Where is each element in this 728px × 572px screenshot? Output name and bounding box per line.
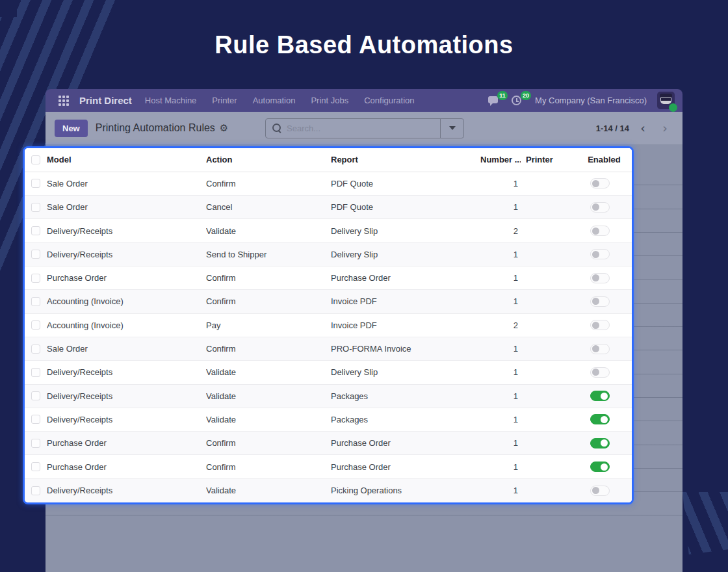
cell-report: Invoice PDF bbox=[331, 320, 479, 330]
enabled-toggle[interactable] bbox=[590, 462, 610, 472]
cell-report: Packages bbox=[331, 391, 479, 401]
row-checkbox[interactable] bbox=[31, 391, 40, 400]
table-row[interactable]: Purchase OrderConfirmPurchase Order1 bbox=[25, 432, 632, 455]
enabled-toggle[interactable] bbox=[590, 367, 610, 378]
new-button[interactable]: New bbox=[55, 120, 88, 137]
cell-number: 1 bbox=[479, 273, 521, 283]
row-checkbox-cell bbox=[25, 391, 47, 400]
table-row[interactable]: Accounting (Invoice)ConfirmInvoice PDF1 bbox=[25, 290, 632, 313]
cell-number: 1 bbox=[479, 296, 521, 306]
row-checkbox-cell bbox=[25, 439, 47, 448]
enabled-toggle[interactable] bbox=[590, 202, 610, 213]
table-row[interactable]: Sale OrderCancelPDF Quote1 bbox=[25, 196, 632, 219]
cell-model: Delivery/Receipts bbox=[47, 391, 206, 401]
table-row[interactable]: Sale OrderConfirmPRO-FORMA Invoice1 bbox=[25, 337, 632, 361]
row-checkbox[interactable] bbox=[31, 368, 40, 377]
row-checkbox[interactable] bbox=[31, 439, 40, 448]
cell-action: Confirm bbox=[206, 179, 331, 188]
cell-number: 1 bbox=[479, 462, 521, 472]
cell-model: Delivery/Receipts bbox=[47, 250, 206, 259]
chevron-down-icon bbox=[449, 126, 456, 133]
cell-report: Delivery Slip bbox=[331, 250, 479, 259]
messages-icon[interactable]: 11 bbox=[488, 95, 501, 107]
menu-item-automation[interactable]: Automation bbox=[253, 96, 296, 105]
column-header-number[interactable]: Number ... bbox=[479, 155, 521, 164]
view-title-text: Printing Automation Rules bbox=[96, 122, 215, 134]
pager-next-button[interactable]: › bbox=[656, 120, 673, 136]
enabled-toggle[interactable] bbox=[590, 320, 610, 330]
table-row[interactable]: Delivery/ReceiptsValidateDelivery Slip1 bbox=[25, 361, 632, 384]
user-avatar[interactable] bbox=[657, 92, 675, 109]
cell-enabled bbox=[567, 178, 632, 188]
pager-prev-button[interactable]: ‹ bbox=[634, 120, 651, 136]
search-dropdown-toggle[interactable] bbox=[440, 119, 463, 138]
menu-item-printer[interactable]: Printer bbox=[212, 96, 237, 105]
row-checkbox[interactable] bbox=[31, 226, 40, 235]
cell-model: Purchase Order bbox=[47, 273, 206, 283]
table-row[interactable]: Delivery/ReceiptsSend to ShipperDelivery… bbox=[25, 243, 632, 266]
table-row[interactable]: Delivery/ReceiptsValidateDelivery Slip2 bbox=[25, 219, 632, 242]
cell-number: 1 bbox=[479, 344, 521, 354]
enabled-toggle[interactable] bbox=[590, 344, 610, 354]
enabled-toggle[interactable] bbox=[590, 273, 610, 283]
search-icon bbox=[272, 124, 281, 133]
row-checkbox[interactable] bbox=[31, 250, 40, 259]
enabled-toggle[interactable] bbox=[590, 438, 610, 448]
cell-report: PDF Quote bbox=[331, 202, 479, 212]
column-header-action[interactable]: Action bbox=[206, 155, 331, 164]
cell-number: 1 bbox=[479, 202, 521, 212]
table-row[interactable]: Accounting (Invoice)PayInvoice PDF2 bbox=[25, 314, 632, 337]
table-row[interactable]: Purchase OrderConfirmPurchase Order1 bbox=[25, 455, 632, 478]
cell-enabled bbox=[567, 226, 632, 236]
column-header-model[interactable]: Model bbox=[47, 155, 206, 164]
table-row[interactable]: Delivery/ReceiptsValidatePackages1 bbox=[25, 385, 632, 408]
company-switcher[interactable]: My Company (San Francisco) bbox=[535, 96, 647, 105]
gear-icon[interactable]: ⚙ bbox=[220, 122, 228, 134]
select-all-checkbox[interactable] bbox=[31, 155, 40, 164]
table-row[interactable]: Delivery/ReceiptsValidatePicking Operati… bbox=[25, 479, 632, 502]
table-row[interactable]: Sale OrderConfirmPDF Quote1 bbox=[25, 172, 632, 196]
menu-item-configuration[interactable]: Configuration bbox=[364, 96, 414, 105]
enabled-toggle[interactable] bbox=[590, 414, 610, 424]
table-row[interactable]: Delivery/ReceiptsValidatePackages1 bbox=[25, 408, 632, 432]
row-checkbox[interactable] bbox=[31, 344, 40, 354]
row-checkbox[interactable] bbox=[31, 297, 40, 306]
enabled-toggle[interactable] bbox=[590, 391, 610, 401]
enabled-toggle[interactable] bbox=[590, 226, 610, 236]
table-row[interactable]: Purchase OrderConfirmPurchase Order1 bbox=[25, 266, 632, 290]
cell-action: Validate bbox=[206, 391, 331, 401]
enabled-toggle[interactable] bbox=[590, 296, 610, 307]
row-checkbox[interactable] bbox=[31, 179, 40, 188]
search-box[interactable]: Search... bbox=[265, 118, 464, 138]
cell-number: 1 bbox=[479, 486, 521, 495]
row-checkbox[interactable] bbox=[31, 486, 40, 495]
column-header-report[interactable]: Report bbox=[331, 155, 479, 164]
search-input[interactable]: Search... bbox=[266, 124, 440, 133]
row-checkbox-cell bbox=[25, 486, 47, 495]
cell-action: Send to Shipper bbox=[206, 250, 331, 259]
row-checkbox[interactable] bbox=[31, 274, 40, 283]
cell-enabled bbox=[567, 344, 632, 354]
messages-badge: 11 bbox=[497, 91, 508, 100]
menu-item-host-machine[interactable]: Host Machine bbox=[145, 96, 196, 105]
row-checkbox[interactable] bbox=[31, 462, 40, 471]
column-header-enabled[interactable]: Enabled bbox=[567, 155, 632, 164]
activities-icon[interactable]: 20 bbox=[512, 95, 525, 107]
menu-item-print-jobs[interactable]: Print Jobs bbox=[311, 96, 348, 105]
row-checkbox[interactable] bbox=[31, 415, 40, 424]
enabled-toggle[interactable] bbox=[590, 249, 610, 259]
app-brand[interactable]: Print Direct bbox=[79, 95, 132, 106]
cell-model: Purchase Order bbox=[47, 462, 206, 472]
cell-enabled bbox=[567, 367, 632, 378]
pager: 1-14 / 14 ‹ › bbox=[596, 120, 673, 136]
enabled-toggle[interactable] bbox=[590, 178, 610, 188]
row-checkbox[interactable] bbox=[31, 320, 40, 330]
row-checkbox[interactable] bbox=[31, 203, 40, 212]
cell-report: Packages bbox=[331, 415, 479, 424]
top-navbar: Print Direct Host MachinePrinterAutomati… bbox=[46, 89, 682, 112]
enabled-toggle[interactable] bbox=[590, 486, 610, 496]
apps-grid-icon[interactable] bbox=[58, 96, 69, 106]
column-header-printer[interactable]: Printer bbox=[521, 155, 567, 164]
row-checkbox-cell bbox=[25, 226, 47, 235]
row-checkbox-cell bbox=[25, 415, 47, 424]
